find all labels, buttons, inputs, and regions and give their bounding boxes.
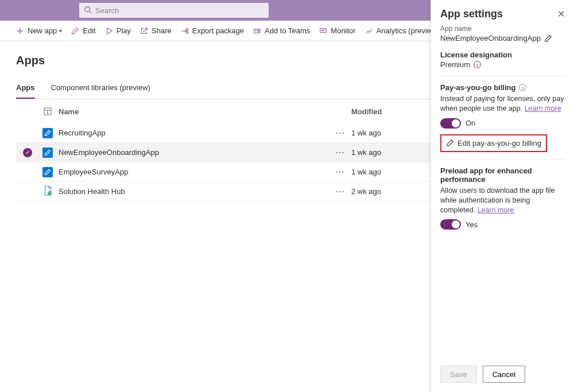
preload-description: Allow users to download the app file whi… <box>440 186 565 215</box>
divider <box>440 159 565 160</box>
add-teams-label: Add to Teams <box>265 26 310 35</box>
modified-cell: 1 wk ago <box>351 148 443 157</box>
col-header-name[interactable]: Name <box>56 107 328 116</box>
monitor-icon <box>319 27 327 35</box>
app-name-label: App name <box>440 25 565 33</box>
plus-icon <box>16 27 24 35</box>
edit-payg-button[interactable]: Edit pay-as-you-go billing <box>440 134 547 152</box>
preload-toggle-label: Yes <box>466 220 478 229</box>
divider <box>440 76 565 76</box>
pencil-icon <box>71 27 79 35</box>
payg-title: Pay-as-you-go billing i <box>440 83 565 92</box>
checkmark-icon[interactable]: ✓ <box>23 148 32 157</box>
search-input[interactable] <box>79 3 269 18</box>
info-icon[interactable]: i <box>474 61 481 68</box>
add-teams-button[interactable]: Add to Teams <box>253 26 310 35</box>
share-button[interactable]: Share <box>140 26 172 35</box>
modified-cell: 1 wk ago <box>351 168 443 176</box>
app-settings-panel: App settings ✕ App name NewEmployeeOnboa… <box>430 0 574 392</box>
save-button[interactable]: Save <box>440 366 477 383</box>
svg-point-0 <box>85 7 90 12</box>
play-icon <box>105 27 113 35</box>
app-name-cell[interactable]: EmployeeSurveyApp <box>56 168 328 176</box>
cancel-button[interactable]: Cancel <box>483 366 525 383</box>
more-actions-icon[interactable]: ⋯ <box>335 148 345 157</box>
search-icon <box>84 6 92 14</box>
app-tile-icon <box>42 167 53 177</box>
column-options-icon[interactable] <box>43 107 52 116</box>
payg-description: Instead of paying for licenses, only pay… <box>440 94 565 114</box>
export-label: Export package <box>192 26 244 35</box>
share-label: Share <box>152 26 172 35</box>
tab-apps[interactable]: Apps <box>16 79 35 99</box>
new-app-button[interactable]: New app ▾ <box>16 26 62 35</box>
app-name-cell[interactable]: NewEmployeeOnboardingApp <box>56 148 328 157</box>
analytics-label: Analytics (preview) <box>377 26 439 35</box>
app-tile-icon <box>42 128 53 138</box>
preload-learn-more-link[interactable]: Learn more <box>478 206 514 214</box>
panel-title: App settings <box>440 8 503 20</box>
monitor-button[interactable]: Monitor <box>319 26 355 35</box>
payg-toggle-label: On <box>466 119 475 127</box>
modified-cell: 1 wk ago <box>351 129 443 137</box>
more-actions-icon[interactable]: ⋯ <box>335 167 345 177</box>
license-value: Premium <box>440 60 470 69</box>
svg-rect-8 <box>187 28 188 33</box>
pencil-icon[interactable] <box>544 34 552 42</box>
new-app-label: New app <box>28 26 57 35</box>
search-wrap <box>79 3 269 18</box>
analytics-button[interactable]: Analytics (preview) <box>365 26 439 35</box>
edit-label: Edit <box>83 26 95 35</box>
preload-toggle[interactable] <box>440 219 461 230</box>
col-header-modified[interactable]: Modified <box>351 107 443 116</box>
svg-line-1 <box>90 11 92 14</box>
svg-point-10 <box>259 29 261 30</box>
export-icon <box>181 27 189 35</box>
edit-button[interactable]: Edit <box>71 26 95 35</box>
analytics-icon <box>365 27 373 35</box>
app-name-cell[interactable]: Solution Health Hub <box>56 187 328 196</box>
close-icon[interactable]: ✕ <box>557 10 565 19</box>
more-actions-icon[interactable]: ⋯ <box>335 187 345 196</box>
teams-icon <box>253 27 261 35</box>
pencil-icon <box>446 139 454 147</box>
tab-component-libraries[interactable]: Component libraries (preview) <box>51 79 150 99</box>
payg-toggle[interactable] <box>440 118 461 129</box>
app-tile-icon <box>42 148 53 158</box>
chevron-down-icon: ▾ <box>59 28 62 34</box>
payg-learn-more-link[interactable]: Learn more <box>525 104 561 112</box>
share-icon <box>140 27 148 35</box>
app-name-cell[interactable]: RecruitingApp <box>56 129 328 137</box>
svg-rect-11 <box>320 28 327 32</box>
license-designation-title: License designation <box>440 51 565 59</box>
document-icon <box>42 185 53 197</box>
play-label: Play <box>117 26 131 35</box>
panel-footer: Save Cancel <box>431 360 574 392</box>
edit-payg-label: Edit pay-as-you-go billing <box>457 139 541 148</box>
app-name-value: NewEmployeeOnboardingApp <box>440 34 541 42</box>
payg-title-text: Pay-as-you-go billing <box>440 83 515 92</box>
info-icon[interactable]: i <box>519 84 526 91</box>
monitor-label: Monitor <box>331 26 355 35</box>
svg-marker-7 <box>107 28 112 34</box>
export-button[interactable]: Export package <box>181 26 244 35</box>
modified-cell: 2 wk ago <box>351 187 443 196</box>
more-actions-icon[interactable]: ⋯ <box>335 128 345 138</box>
play-button[interactable]: Play <box>105 26 131 35</box>
preload-title: Preload app for enhanced performance <box>440 166 565 184</box>
